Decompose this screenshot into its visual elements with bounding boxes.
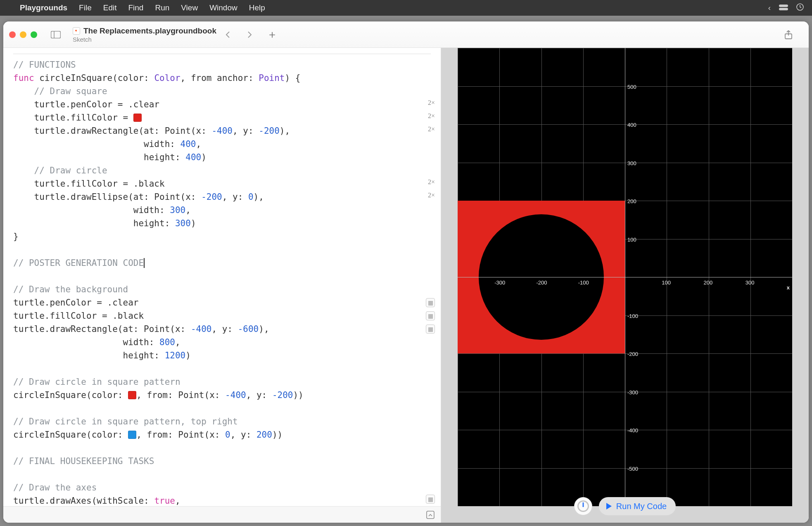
x-tick-label: 300 [746, 280, 755, 286]
code-editor-pane: // FUNCTIONS func circleInSquare(color: … [3, 48, 441, 523]
run-my-code-button[interactable]: Run My Code [599, 497, 676, 515]
y-tick-label: -200 [627, 351, 638, 357]
close-window-button[interactable] [9, 31, 16, 38]
result-count[interactable]: 2× [416, 178, 435, 186]
traffic-lights [9, 31, 37, 38]
live-view-pane: -300-200-100100200300500400300200100-100… [441, 48, 809, 523]
zoom-window-button[interactable] [31, 31, 37, 38]
menu-run[interactable]: Run [155, 3, 169, 12]
menu-help[interactable]: Help [249, 3, 265, 12]
menubar: Playgrounds File Edit Find Run View Wind… [0, 0, 812, 16]
result-count[interactable]: 2× [416, 192, 435, 199]
x-tick-label: -300 [494, 280, 505, 286]
y-tick-label: -100 [627, 313, 638, 319]
svg-rect-3 [51, 31, 61, 38]
y-tick-label: 500 [627, 84, 636, 90]
color-swatch-blue[interactable] [128, 431, 136, 439]
x-tick-label: -100 [578, 280, 589, 286]
y-tick-label: -300 [627, 389, 638, 396]
menu-file[interactable]: File [79, 3, 92, 12]
share-button[interactable] [782, 28, 795, 41]
color-swatch-red-2[interactable] [128, 391, 136, 399]
add-button[interactable]: ＋ [266, 28, 278, 41]
menubar-chevron-icon[interactable]: ‹ [768, 3, 771, 12]
y-tick-label: 100 [627, 237, 636, 243]
separator [13, 54, 431, 54]
code-editor[interactable]: // FUNCTIONS func circleInSquare(color: … [3, 48, 441, 506]
y-tick-label: 200 [627, 198, 636, 204]
document-icon [73, 27, 80, 35]
document-subtitle: Sketch [73, 36, 216, 43]
window-toolbar: The Replacements.playgroundbook Sketch ＋ [3, 21, 809, 48]
document-title: The Replacements.playgroundbook [83, 26, 216, 36]
result-count[interactable]: 2× [416, 99, 435, 107]
y-tick-label: -400 [627, 427, 638, 434]
gauge-icon [577, 500, 589, 512]
control-center-icon[interactable] [779, 3, 788, 12]
toggle-console-button[interactable] [424, 509, 437, 521]
menu-view[interactable]: View [181, 3, 198, 12]
color-swatch-red[interactable] [133, 114, 142, 122]
menu-find[interactable]: Find [128, 3, 143, 12]
y-tick-label: 300 [627, 160, 636, 166]
quicklook-button[interactable]: ▦ [426, 298, 435, 307]
clock-icon[interactable] [796, 3, 804, 13]
result-count[interactable]: 2× [416, 112, 435, 120]
x-tick-label: 200 [704, 280, 713, 286]
y-tick-label: -500 [627, 466, 638, 472]
x-tick-label: -200 [537, 280, 547, 286]
execution-speed-button[interactable] [574, 497, 592, 515]
minimize-window-button[interactable] [20, 31, 26, 38]
playground-window: The Replacements.playgroundbook Sketch ＋ [3, 21, 809, 523]
quicklook-button[interactable]: ▦ [426, 311, 435, 320]
editor-bottom-bar [3, 506, 441, 523]
menu-edit[interactable]: Edit [103, 3, 117, 12]
y-tick-label: 400 [627, 122, 636, 128]
svg-rect-0 [779, 5, 788, 7]
app-menu[interactable]: Playgrounds [20, 3, 67, 12]
svg-rect-1 [779, 8, 788, 10]
toggle-sidebar-button[interactable] [50, 30, 62, 40]
result-count[interactable]: 2× [416, 126, 435, 133]
run-button-label: Run My Code [616, 502, 667, 511]
quicklook-button[interactable]: ▦ [426, 495, 435, 504]
menu-window[interactable]: Window [209, 3, 237, 12]
axis-label-x: x [787, 284, 790, 291]
turtle-canvas: -300-200-100100200300500400300200100-100… [458, 48, 792, 506]
nav-forward-button[interactable] [244, 28, 256, 41]
quicklook-button[interactable]: ▦ [426, 325, 435, 334]
play-icon [605, 502, 612, 510]
nav-back-button[interactable] [221, 28, 234, 41]
x-tick-label: 100 [662, 280, 671, 286]
